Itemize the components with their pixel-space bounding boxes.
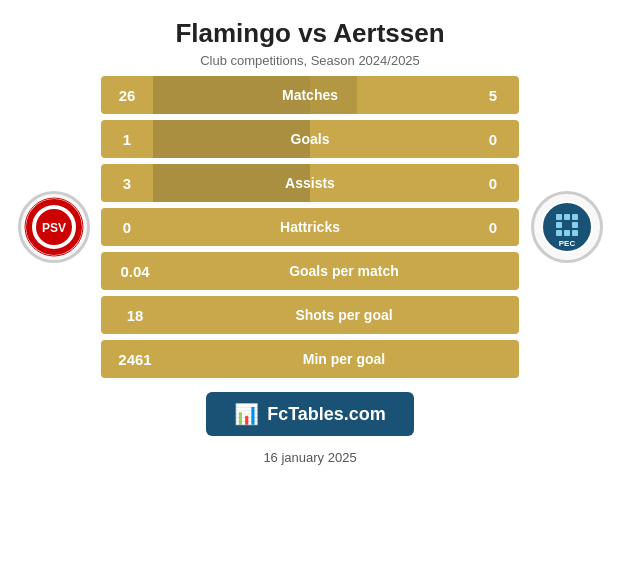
stat-single-value: 18 xyxy=(101,296,169,334)
stat-row-matches: 26 Matches 5 xyxy=(101,76,519,114)
stat-label: Shots per goal xyxy=(295,307,392,323)
stat-row-min-per-goal: 2461 Min per goal xyxy=(101,340,519,378)
svg-rect-6 xyxy=(556,214,562,220)
stats-column: 26 Matches 5 1 Goals 0 3 xyxy=(101,76,519,378)
fctables-label: FcTables.com xyxy=(267,404,386,425)
stat-label: Matches xyxy=(282,87,338,103)
svg-rect-14 xyxy=(572,230,578,236)
stat-label: Assists xyxy=(285,175,335,191)
left-team-logo-col: PSV xyxy=(6,76,101,378)
stat-single-value: 2461 xyxy=(101,340,169,378)
stat-center: Assists xyxy=(153,164,467,202)
stat-left-value: 1 xyxy=(101,120,153,158)
fctables-banner[interactable]: 📊 FcTables.com xyxy=(206,392,414,436)
header-section: Flamingo vs Aertssen Club competitions, … xyxy=(165,0,454,76)
stat-right-value: 0 xyxy=(467,120,519,158)
stat-row-goals-per-match: 0.04 Goals per match xyxy=(101,252,519,290)
stat-label: Goals per match xyxy=(289,263,399,279)
svg-rect-11 xyxy=(572,222,578,228)
stat-left-value: 26 xyxy=(101,76,153,114)
stat-single-center: Goals per match xyxy=(169,252,519,290)
svg-text:PSV: PSV xyxy=(41,221,65,235)
left-team-logo: PSV xyxy=(18,191,90,263)
svg-text:PEC: PEC xyxy=(558,239,575,248)
svg-rect-8 xyxy=(572,214,578,220)
stat-label: Hattricks xyxy=(280,219,340,235)
stat-left-value: 3 xyxy=(101,164,153,202)
stat-label: Min per goal xyxy=(303,351,385,367)
stat-label: Goals xyxy=(291,131,330,147)
stat-right-value: 5 xyxy=(467,76,519,114)
right-team-logo-col: PEC xyxy=(519,76,614,378)
fctables-icon: 📊 xyxy=(234,402,259,426)
competition-subtitle: Club competitions, Season 2024/2025 xyxy=(175,53,444,68)
stats-area: PSV 26 Matches 5 1 Goal xyxy=(0,76,620,378)
svg-rect-9 xyxy=(556,222,562,228)
stat-single-center: Min per goal xyxy=(169,340,519,378)
pec-logo-svg: PEC xyxy=(540,200,594,254)
stat-row-shots-per-goal: 18 Shots per goal xyxy=(101,296,519,334)
psv-logo-svg: PSV xyxy=(23,196,85,258)
stat-right-value: 0 xyxy=(467,164,519,202)
stat-right-value: 0 xyxy=(467,208,519,246)
svg-rect-12 xyxy=(556,230,562,236)
svg-rect-7 xyxy=(564,214,570,220)
svg-rect-13 xyxy=(564,230,570,236)
match-title: Flamingo vs Aertssen xyxy=(175,18,444,49)
stat-single-center: Shots per goal xyxy=(169,296,519,334)
footer-date: 16 january 2025 xyxy=(263,450,356,465)
svg-rect-10 xyxy=(564,222,570,228)
stat-center: Matches xyxy=(153,76,467,114)
stat-center: Goals xyxy=(153,120,467,158)
right-team-logo: PEC xyxy=(531,191,603,263)
stat-single-value: 0.04 xyxy=(101,252,169,290)
stat-row-assists: 3 Assists 0 xyxy=(101,164,519,202)
stat-row-goals: 1 Goals 0 xyxy=(101,120,519,158)
stat-row-hattricks: 0 Hattricks 0 xyxy=(101,208,519,246)
stat-center: Hattricks xyxy=(153,208,467,246)
stat-left-value: 0 xyxy=(101,208,153,246)
